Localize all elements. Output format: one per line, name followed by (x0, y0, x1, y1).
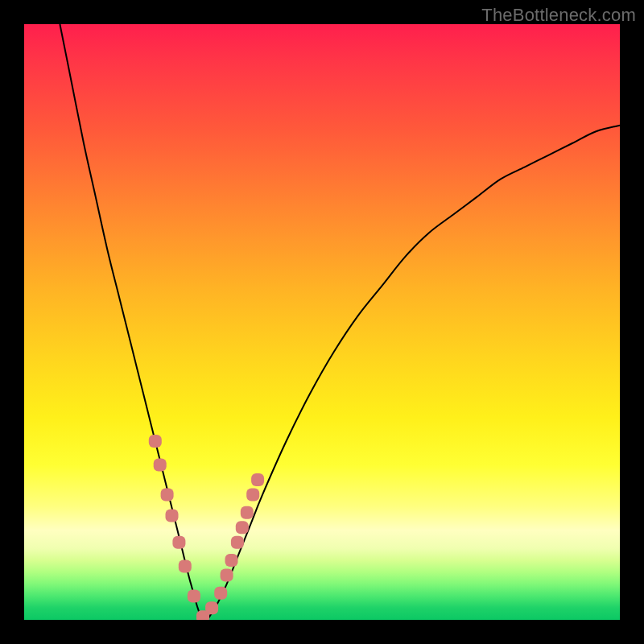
near-optimal-dot (241, 506, 254, 519)
near-optimal-dot (251, 473, 264, 486)
near-optimal-dot (205, 601, 218, 614)
near-optimal-dot (149, 435, 162, 448)
watermark-text: TheBottleneck.com (481, 5, 636, 26)
near-optimal-dot (221, 569, 233, 582)
near-optimal-dot (172, 536, 185, 549)
near-optimal-dot (225, 554, 238, 567)
near-optimal-dot (161, 489, 174, 502)
near-optimal-dot (231, 536, 244, 549)
near-optimal-dot (188, 589, 200, 602)
near-optimal-dot (236, 521, 249, 534)
near-optimal-dot (246, 489, 259, 502)
near-optimal-dot (166, 510, 179, 522)
near-optimal-dot (179, 559, 192, 572)
near-optimal-dot (154, 459, 167, 472)
near-optimal-dot (214, 587, 227, 600)
